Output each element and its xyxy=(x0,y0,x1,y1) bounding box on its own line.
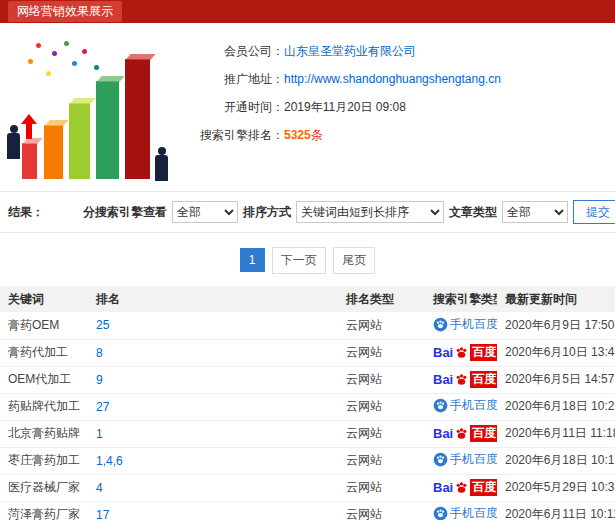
confetti-dot xyxy=(64,41,69,46)
confetti-dot xyxy=(52,51,57,56)
results-table: 关键词 排名 排名类型 搜索引擎类型 最新更新时间 膏药OEM 25 云网站 手… xyxy=(0,286,615,520)
header-bar: 网络营销效果展示 xyxy=(0,0,615,23)
filter-controls: 分搜索引擎查看 全部 排序方式 关键词由短到长排序 文章类型 全部 提交 xyxy=(83,200,607,224)
table-row: 北京膏药贴牌 1 云网站 Bai百度 2020年6月11日 11:18 xyxy=(0,420,615,447)
cell-keyword: 膏药代加工 xyxy=(0,339,88,366)
rank-link[interactable]: 27 xyxy=(96,400,109,414)
page-last-button[interactable]: 尾页 xyxy=(333,247,375,274)
table-row: 医疗器械厂家 4 云网站 Bai百度 2020年5月29日 10:32 xyxy=(0,474,615,501)
rank-link[interactable]: 1,4,6 xyxy=(96,454,123,468)
cell-keyword: 医疗器械厂家 xyxy=(0,474,88,501)
mobile-baidu-logo: 手机百度 xyxy=(433,316,497,333)
cell-engine: 手机百度 xyxy=(425,501,497,520)
engine-filter-label: 分搜索引擎查看 xyxy=(83,204,167,221)
page-next-button[interactable]: 下一页 xyxy=(272,247,326,274)
rank-link[interactable]: 4 xyxy=(96,481,103,495)
cell-rank-type: 云网站 xyxy=(338,339,425,366)
cell-updated: 2020年6月18日 10:19 xyxy=(497,447,615,474)
table-row: 膏药OEM 25 云网站 手机百度 2020年6月9日 17:50 xyxy=(0,312,615,339)
baidu-pc-logo: Bai百度 xyxy=(433,371,497,388)
cell-keyword: 膏药OEM xyxy=(0,312,88,339)
member-company-link[interactable]: 山东皇圣堂药业有限公司 xyxy=(284,43,416,60)
open-time-row: 开通时间： 2019年11月20日 09:08 xyxy=(188,93,501,121)
mobile-baidu-logo: 手机百度 xyxy=(433,451,497,468)
cell-rank-type: 云网站 xyxy=(338,312,425,339)
cell-keyword: 枣庄膏药加工 xyxy=(0,447,88,474)
baidu-pc-logo: Bai百度 xyxy=(433,479,497,496)
info-section: 会员公司： 山东皇圣堂药业有限公司 推广地址： http://www.shand… xyxy=(0,23,615,191)
cell-rank-type: 云网站 xyxy=(338,366,425,393)
cell-updated: 2020年6月9日 17:50 xyxy=(497,312,615,339)
cell-updated: 2020年5月29日 10:32 xyxy=(497,474,615,501)
account-info: 会员公司： 山东皇圣堂药业有限公司 推广地址： http://www.shand… xyxy=(188,37,501,149)
article-type-label: 文章类型 xyxy=(449,204,497,221)
confetti-dot xyxy=(36,43,41,48)
engine-filter-select[interactable]: 全部 xyxy=(172,201,238,223)
rank-link[interactable]: 17 xyxy=(96,508,109,520)
cell-rank-type: 云网站 xyxy=(338,420,425,447)
rank-link[interactable]: 25 xyxy=(96,318,109,332)
cell-keyword: 菏泽膏药厂家 xyxy=(0,501,88,520)
rank-count-value: 5325 xyxy=(284,128,311,142)
person-left xyxy=(7,133,20,159)
cell-engine: 手机百度 xyxy=(425,393,497,420)
open-time-label: 开通时间： xyxy=(188,99,284,116)
mobile-baidu-logo: 手机百度 xyxy=(433,397,497,414)
confetti-dot xyxy=(94,65,99,70)
cell-updated: 2020年6月5日 14:57 xyxy=(497,366,615,393)
chart-bar xyxy=(96,81,119,179)
page-current[interactable]: 1 xyxy=(240,248,265,272)
cell-rank-type: 云网站 xyxy=(338,474,425,501)
page: 网络营销效果展示 会员公司： 山东皇圣堂药业有限公司 xyxy=(0,0,615,520)
header-keyword: 关键词 xyxy=(0,286,88,312)
rank-link[interactable]: 9 xyxy=(96,373,103,387)
table-header-row: 关键词 排名 排名类型 搜索引擎类型 最新更新时间 xyxy=(0,286,615,312)
cell-engine: 手机百度 xyxy=(425,312,497,339)
person-right xyxy=(155,155,168,181)
cell-keyword: OEM代加工 xyxy=(0,366,88,393)
header-rank: 排名 xyxy=(88,286,338,312)
rank-count-label: 搜索引擎排名： xyxy=(188,127,284,144)
article-type-select[interactable]: 全部 xyxy=(502,201,568,223)
rank-count-unit: 条 xyxy=(311,127,323,144)
promo-url-link[interactable]: http://www.shandonghuangshengtang.cn xyxy=(284,72,501,86)
chart-bar xyxy=(22,143,37,179)
cell-engine: Bai百度 xyxy=(425,339,497,366)
marketing-illustration xyxy=(6,37,176,187)
rank-link[interactable]: 1 xyxy=(96,427,103,441)
page-title: 网络营销效果展示 xyxy=(8,1,122,22)
baidu-pc-logo: Bai百度 xyxy=(433,425,497,442)
cell-engine: Bai百度 xyxy=(425,420,497,447)
confetti-dot xyxy=(72,61,77,66)
header-rank-type: 排名类型 xyxy=(338,286,425,312)
sort-label: 排序方式 xyxy=(243,204,291,221)
company-label: 会员公司： xyxy=(188,43,284,60)
open-time-value: 2019年11月20日 09:08 xyxy=(284,99,406,116)
table-row: 枣庄膏药加工 1,4,6 云网站 手机百度 2020年6月18日 10:19 xyxy=(0,447,615,474)
table-row: 膏药代加工 8 云网站 Bai百度 2020年6月10日 13:40 xyxy=(0,339,615,366)
result-label: 结果： xyxy=(8,204,44,221)
submit-button[interactable]: 提交 xyxy=(573,200,615,224)
confetti-dot xyxy=(46,71,51,76)
sort-select[interactable]: 关键词由短到长排序 xyxy=(296,201,444,223)
header-updated: 最新更新时间 xyxy=(497,286,615,312)
pagination: 1 下一页 尾页 xyxy=(0,233,615,286)
table-row: OEM代加工 9 云网站 Bai百度 2020年6月5日 14:57 xyxy=(0,366,615,393)
cell-keyword: 药贴牌代加工 xyxy=(0,393,88,420)
cell-engine: Bai百度 xyxy=(425,366,497,393)
promo-url-row: 推广地址： http://www.shandonghuangshengtang.… xyxy=(188,65,501,93)
header-engine-type: 搜索引擎类型 xyxy=(425,286,497,312)
cell-rank-type: 云网站 xyxy=(338,447,425,474)
cell-rank-type: 云网站 xyxy=(338,501,425,520)
cell-engine: 手机百度 xyxy=(425,447,497,474)
cell-updated: 2020年6月11日 10:11 xyxy=(497,501,615,520)
cell-rank-type: 云网站 xyxy=(338,393,425,420)
rank-link[interactable]: 8 xyxy=(96,346,103,360)
cell-updated: 2020年6月18日 10:25 xyxy=(497,393,615,420)
cell-keyword: 北京膏药贴牌 xyxy=(0,420,88,447)
baidu-pc-logo: Bai百度 xyxy=(433,344,497,361)
chart-bar xyxy=(125,59,150,179)
confetti-dot xyxy=(82,49,87,54)
cell-engine: Bai百度 xyxy=(425,474,497,501)
chart-bar xyxy=(44,125,63,179)
